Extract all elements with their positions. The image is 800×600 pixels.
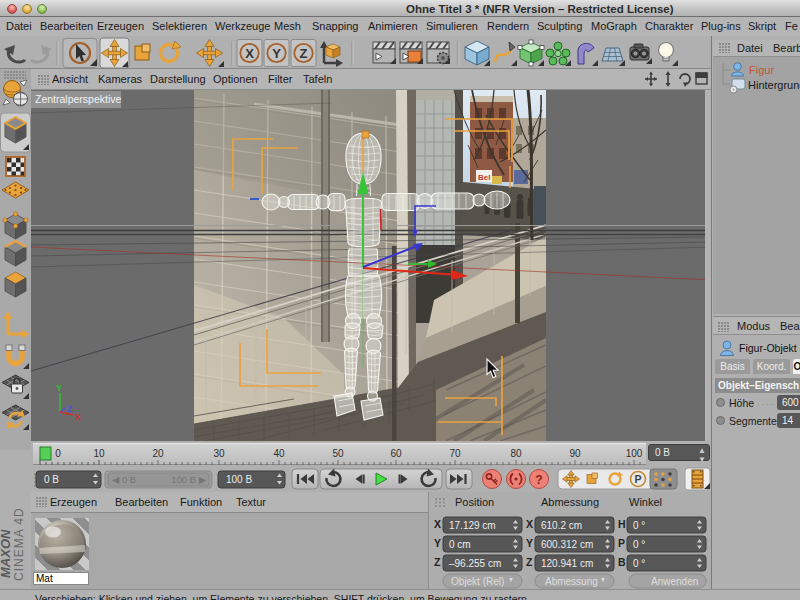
svg-text:0 °: 0 ° xyxy=(633,558,645,569)
svg-text:?: ? xyxy=(535,473,542,487)
svg-text:100 B: 100 B xyxy=(226,474,252,485)
svg-text:–96.255 cm: –96.255 cm xyxy=(449,558,501,569)
svg-text:Position: Position xyxy=(455,496,494,508)
svg-text:0 cm: 0 cm xyxy=(449,539,471,550)
svg-text:Abmessung: Abmessung xyxy=(541,496,599,508)
svg-text:Anwenden: Anwenden xyxy=(651,576,698,587)
svg-text:Z: Z xyxy=(526,556,533,568)
svg-text:100 B ▶: 100 B ▶ xyxy=(171,474,206,485)
svg-text:Winkel: Winkel xyxy=(629,496,662,508)
svg-text:X: X xyxy=(245,46,254,61)
svg-text:X: X xyxy=(434,518,441,530)
svg-text:Z: Z xyxy=(300,46,308,61)
svg-text:P: P xyxy=(634,473,641,485)
svg-text:Abmessung: Abmessung xyxy=(545,576,598,587)
svg-text:0 °: 0 ° xyxy=(633,520,645,531)
svg-text:Y: Y xyxy=(526,537,533,549)
svg-text:Figur: Figur xyxy=(749,64,774,76)
svg-text:Bel: Bel xyxy=(478,173,490,182)
svg-text:Y: Y xyxy=(56,383,62,393)
svg-text:H: H xyxy=(618,518,626,530)
svg-text:Zentralperspektive: Zentralperspektive xyxy=(35,93,122,105)
svg-text:◀ 0 B: ◀ 0 B xyxy=(112,474,136,485)
svg-text:17.129 cm: 17.129 cm xyxy=(449,520,496,531)
svg-text:Z: Z xyxy=(434,556,441,568)
svg-text:Z: Z xyxy=(67,404,73,414)
svg-text:0 B: 0 B xyxy=(44,474,59,485)
svg-text:P: P xyxy=(618,537,625,549)
svg-text:600.312 cm: 600.312 cm xyxy=(541,539,593,550)
svg-text:120.941 cm: 120.941 cm xyxy=(541,558,593,569)
svg-text:B: B xyxy=(618,556,626,568)
svg-text:0 °: 0 ° xyxy=(633,539,645,550)
svg-text:Y: Y xyxy=(434,537,441,549)
svg-text:Objekt (Rel): Objekt (Rel) xyxy=(451,576,504,587)
svg-text:Figur-Objekt [: Figur-Objekt [ xyxy=(739,342,800,354)
svg-text:Hintergrund: Hintergrund xyxy=(748,79,800,91)
svg-text:X: X xyxy=(526,518,533,530)
svg-text:610.2 cm: 610.2 cm xyxy=(541,520,582,531)
svg-text:X: X xyxy=(75,412,81,422)
svg-text:Y: Y xyxy=(272,46,281,61)
